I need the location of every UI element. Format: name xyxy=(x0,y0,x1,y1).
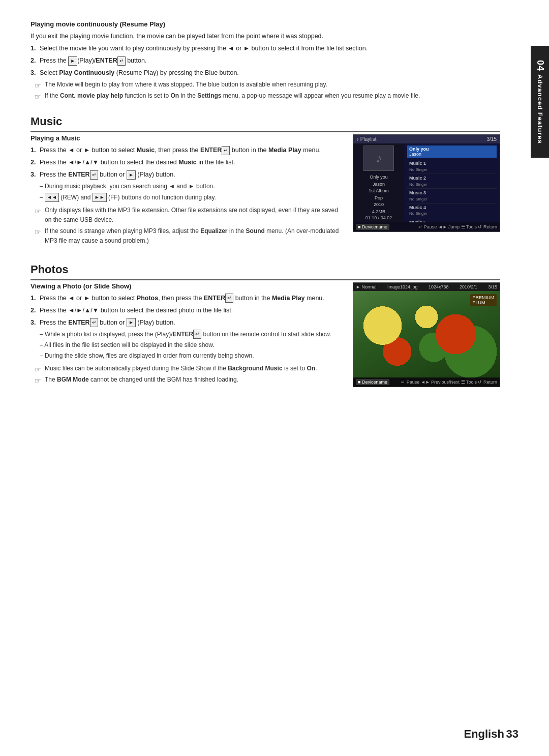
photos-steps: 1. Press the ◄ or ► button to select Pho… xyxy=(30,293,343,328)
photo-scene-text: PREMIUMPLUM xyxy=(470,294,497,306)
music-track-artist: Jason xyxy=(369,181,389,188)
resume-play-section: Playing movie continuously (Resume Play)… xyxy=(30,20,500,101)
photo-player-mockup: ► Normal Image1024.jpg 1024x768 2010/2/1… xyxy=(353,282,500,387)
page-number: 33 xyxy=(506,728,518,740)
music-instructions: Playing a Music 1. Press the ◄ or ► butt… xyxy=(30,134,343,247)
photo-mode: ► Normal xyxy=(356,284,376,289)
music-year: 2010 xyxy=(369,201,389,209)
photo-controls: ↵ Pause ◄► Previous/Next ☰ Tools ↺ Retur… xyxy=(401,380,497,385)
music-album-art: ♪ xyxy=(363,146,394,171)
music-step-1: 1. Press the ◄ or ► button to select Mus… xyxy=(30,145,343,155)
music-player-topbar: ♪ Playlist 3/15 xyxy=(353,135,500,143)
photos-step-2: 2. Press the ◄/►/▲/▼ button to select th… xyxy=(30,305,343,315)
photos-section: Photos Viewing a Photo (or Slide Show) 1… xyxy=(30,263,500,387)
photo-bottom-bar: ■ Devicename ↵ Pause ◄► Previous/Next ☰ … xyxy=(353,377,500,387)
photo-resolution: 1024x768 xyxy=(429,284,449,289)
music-left-panel: ♪ Only you Jason 1st Album Pop 2010 4.2M… xyxy=(353,143,404,222)
page-footer: English 33 xyxy=(464,728,518,741)
music-controls: ↵ Pause ◄► Jump ☰ Tools ↺ Return xyxy=(418,224,497,229)
music-note-1: ☞ Only displays files with the MP3 file … xyxy=(30,206,343,225)
music-device-name: ■ Devicename xyxy=(356,224,389,230)
music-list-item-2: Music 2 No Singer xyxy=(407,174,497,189)
side-tab: 04 Advanced Features xyxy=(531,46,549,158)
music-list-item-5: Music 5 No Singer xyxy=(407,218,497,223)
music-size: 4.2MB xyxy=(369,209,389,216)
resume-play-title: Playing movie continuously (Resume Play) xyxy=(30,20,500,28)
music-note-2: ☞ If the sound is strange when playing M… xyxy=(30,226,343,246)
photo-date: 2010/2/1 xyxy=(460,284,477,289)
music-step-3: 3. Press the ENTER↵ button or ► (Play) b… xyxy=(30,169,343,180)
resume-note-2: ☞ If the Cont. movie play help function … xyxy=(30,91,500,101)
page-lang: English xyxy=(464,728,504,740)
viewing-photo-title: Viewing a Photo (or Slide Show) xyxy=(30,282,343,290)
music-player-screenshot: ♪ Playlist 3/15 ♪ Only you Jason xyxy=(353,134,500,232)
music-genre: Pop xyxy=(369,195,389,202)
music-player-mockup: ♪ Playlist 3/15 ♪ Only you Jason xyxy=(353,134,500,232)
resume-step-1: 1. Select the movie file you want to pla… xyxy=(30,43,500,53)
chapter-label: Advanced Features xyxy=(536,74,544,144)
photos-note-1: ☞ Music files can be automatically playe… xyxy=(30,364,343,373)
photos-sub-2: All files in the file list section will … xyxy=(30,340,343,350)
music-sub-1: During music playback, you can search us… xyxy=(30,182,343,191)
photo-main: PREMIUMPLUM xyxy=(353,291,500,377)
photos-instructions: Viewing a Photo (or Slide Show) 1. Press… xyxy=(30,282,343,387)
now-playing-artist: Jason xyxy=(409,152,495,157)
music-sub-2: ◄◄ (REW) and ►► (FF) buttons do not func… xyxy=(30,193,343,202)
music-playlist-label: ♪ Playlist xyxy=(356,136,376,142)
resume-play-intro: If you exit the playing movie function, … xyxy=(30,31,500,41)
photo-top-bar: ► Normal Image1024.jpg 1024x768 2010/2/1… xyxy=(353,283,500,291)
photos-sub-1: While a photo list is displayed, press t… xyxy=(30,330,343,339)
resume-play-steps: 1. Select the movie file you want to pla… xyxy=(30,43,500,78)
photo-filename: Image1024.jpg xyxy=(387,284,418,289)
music-playlist-count: 3/15 xyxy=(487,136,497,142)
music-title: Music xyxy=(30,115,500,132)
music-bottom-bar: ■ Devicename ↵ Pause ◄► Jump ☰ Tools ↺ R… xyxy=(353,222,500,231)
photo-player-screenshot: ► Normal Image1024.jpg 1024x768 2010/2/1… xyxy=(353,282,500,387)
photos-note-2: ☞ The BGM Mode cannot be changed until t… xyxy=(30,375,343,385)
music-now-playing: Only you Jason xyxy=(407,146,497,158)
music-list-item-3: Music 3 No Singer xyxy=(407,189,497,203)
now-playing-title: Only you xyxy=(409,147,495,152)
music-steps: 1. Press the ◄ or ► button to select Mus… xyxy=(30,145,343,180)
playing-music-title: Playing a Music xyxy=(30,134,343,142)
music-progress: 01:10 / 04:02 xyxy=(365,215,392,220)
resume-step-3: 3. Select Play Continuously (Resume Play… xyxy=(30,68,500,78)
music-list-item-1: Music 1 No Singer xyxy=(407,159,497,174)
chapter-number: 04 xyxy=(535,60,545,71)
photo-count: 3/15 xyxy=(488,284,497,289)
photos-step-3: 3. Press the ENTER↵ button or ► (Play) b… xyxy=(30,317,343,328)
photos-sub-3: During the slide show, files are display… xyxy=(30,351,343,361)
music-right-panel: Only you Jason Music 1 No Singer Music 2… xyxy=(404,143,500,222)
resume-step-2: 2. Press the ►(Play)/ENTER↵ button. xyxy=(30,55,500,66)
music-step-2: 2. Press the ◄/►/▲/▼ button to select th… xyxy=(30,157,343,167)
photos-step-1: 1. Press the ◄ or ► button to select Pho… xyxy=(30,293,343,303)
music-note-icon: ♪ xyxy=(376,151,382,165)
music-list-item-4: Music 4 No Singer xyxy=(407,203,497,218)
music-section: Music Playing a Music 1. Press the ◄ or … xyxy=(30,115,500,247)
photo-device-name: ■ Devicename xyxy=(356,379,389,385)
music-track-title: Only you xyxy=(369,174,389,181)
music-meta: Only you Jason 1st Album Pop 2010 4.2MB xyxy=(369,174,389,215)
photos-title: Photos xyxy=(30,263,500,280)
music-album-name: 1st Album xyxy=(369,188,389,195)
resume-note-1: ☞ The Movie will begin to play from wher… xyxy=(30,80,500,90)
